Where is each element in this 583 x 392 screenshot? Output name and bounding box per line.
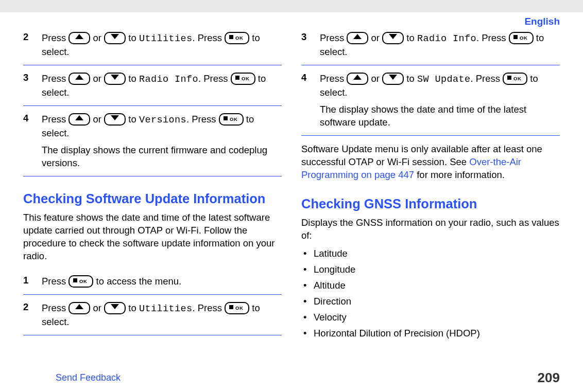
- down-button-icon: [104, 73, 126, 85]
- step-number: 4: [23, 112, 38, 170]
- text: to access the menu.: [96, 276, 182, 287]
- list-item: Horizontal Dilution of Precision (HDOP): [301, 327, 560, 340]
- ok-button-icon: OK: [225, 302, 249, 314]
- text: to: [128, 32, 139, 43]
- text: Press: [42, 276, 68, 287]
- text: . Press: [192, 302, 225, 313]
- step-number: 3: [301, 31, 316, 59]
- text: Press: [320, 32, 347, 43]
- step-item: 3 Press or to Radio Info. Press OK to se…: [301, 32, 560, 65]
- text: to: [128, 114, 139, 124]
- up-button-icon: [347, 32, 368, 44]
- text: or: [93, 32, 105, 43]
- step-item: 3 Press or to Radio Info. Press OK to se…: [23, 65, 282, 106]
- bullet-list: Latitude Longitude Altitude Direction Ve…: [301, 247, 560, 340]
- svg-rect-20: [513, 35, 518, 39]
- step-extra: The display shows the date and time of t…: [320, 103, 560, 129]
- step-item: 2 Press or to Utilities. Press OK to sel…: [23, 295, 282, 335]
- text: or: [93, 73, 105, 84]
- text: to: [406, 32, 417, 43]
- footer: Send Feedback 209: [0, 369, 583, 387]
- svg-rect-16: [229, 305, 233, 309]
- ok-button-icon: OK: [503, 73, 527, 85]
- svg-marker-4: [75, 75, 83, 80]
- section-intro: This feature shows the date and time of …: [23, 211, 282, 263]
- page-columns: 2 Press or to Utilities. Press OK to sel…: [0, 12, 583, 343]
- step-number: 2: [23, 31, 38, 59]
- language-label: English: [524, 15, 560, 28]
- list-item: Velocity: [301, 311, 560, 324]
- section-heading: Checking GNSS Information: [301, 195, 560, 212]
- step-body: Press or to Utilities. Press OK to selec…: [42, 32, 282, 59]
- list-item: Altitude: [301, 279, 560, 292]
- step-body: Press OK to access the menu.: [42, 275, 282, 288]
- svg-marker-23: [389, 75, 397, 80]
- text: or: [371, 73, 383, 84]
- down-button-icon: [104, 302, 126, 314]
- up-button-icon: [68, 73, 90, 85]
- left-column: 2 Press or to Utilities. Press OK to sel…: [23, 32, 282, 343]
- svg-text:OK: OK: [235, 35, 243, 41]
- ok-button-icon: OK: [219, 113, 244, 126]
- svg-text:OK: OK: [513, 76, 521, 81]
- topbar: [0, 0, 583, 12]
- svg-marker-15: [111, 304, 119, 309]
- step-body: Press or to Utilities. Press OK to selec…: [42, 302, 282, 329]
- up-button-icon: [68, 302, 90, 314]
- menu-item: SW Update: [417, 74, 471, 85]
- svg-text:OK: OK: [520, 35, 527, 41]
- svg-rect-10: [224, 116, 228, 120]
- step-number: 2: [23, 301, 38, 329]
- send-feedback-link[interactable]: Send Feedback: [56, 371, 121, 384]
- ok-button-icon: OK: [68, 275, 93, 288]
- list-item: Direction: [301, 295, 560, 308]
- step-extra: The display shows the current firmware a…: [42, 144, 282, 170]
- text: Press: [42, 73, 68, 84]
- svg-marker-22: [353, 75, 362, 80]
- text: Press: [42, 32, 68, 43]
- text: . Press: [186, 114, 219, 124]
- text: or: [93, 114, 105, 124]
- menu-item: Radio Info: [139, 74, 198, 85]
- svg-marker-1: [111, 34, 119, 39]
- step-item: 2 Press or to Utilities. Press OK to sel…: [23, 32, 282, 65]
- menu-item: Radio Info: [417, 33, 476, 44]
- text: Press: [42, 114, 68, 124]
- step-body: Press or to SW Update. Press OK to selec…: [320, 73, 560, 129]
- step-body: Press or to Versions. Press OK to select…: [42, 113, 282, 170]
- post-paragraph: Software Update menu is only available a…: [301, 143, 560, 182]
- ok-button-icon: OK: [231, 73, 255, 85]
- text: . Press: [198, 73, 231, 84]
- list-item: Longitude: [301, 263, 560, 276]
- svg-text:OK: OK: [235, 305, 243, 311]
- step-body: Press or to Radio Info. Press OK to sele…: [320, 32, 560, 59]
- down-button-icon: [104, 32, 126, 44]
- step-number: 1: [23, 274, 38, 288]
- svg-rect-24: [507, 76, 511, 80]
- svg-marker-19: [389, 34, 397, 39]
- up-button-icon: [68, 113, 90, 126]
- section-heading: Checking Software Update Information: [23, 190, 282, 207]
- ok-button-icon: OK: [509, 32, 534, 44]
- down-button-icon: [104, 113, 126, 126]
- text: or: [371, 32, 383, 43]
- svg-rect-2: [229, 35, 233, 39]
- page-number: 209: [538, 369, 560, 387]
- step-number: 4: [301, 72, 316, 129]
- up-button-icon: [347, 73, 368, 85]
- step-item: 4 Press or to SW Update. Press OK to sel…: [301, 65, 560, 136]
- section-intro: Displays the GNSS information on your ra…: [301, 217, 560, 242]
- text: Press: [320, 73, 347, 84]
- up-button-icon: [68, 32, 90, 44]
- text: for more information.: [414, 169, 505, 180]
- svg-marker-0: [75, 34, 83, 39]
- svg-text:OK: OK: [79, 278, 87, 284]
- text: . Press: [476, 32, 509, 43]
- menu-item: Utilities: [139, 33, 193, 44]
- text: to: [128, 73, 139, 84]
- svg-rect-12: [73, 278, 77, 282]
- svg-marker-14: [75, 304, 83, 309]
- text: or: [93, 302, 105, 313]
- text: to: [406, 73, 417, 84]
- text: Press: [42, 302, 68, 313]
